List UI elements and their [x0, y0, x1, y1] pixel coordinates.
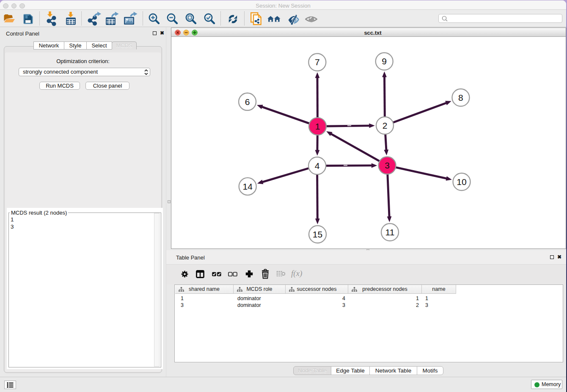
svg-text:10: 10	[457, 177, 466, 187]
svg-text:15: 15	[313, 229, 322, 239]
svg-text:14: 14	[243, 182, 253, 191]
svg-text:9: 9	[382, 56, 387, 66]
svg-text:1: 1	[315, 121, 320, 131]
svg-text:2: 2	[383, 121, 388, 130]
svg-text:4: 4	[315, 161, 320, 171]
svg-text:11: 11	[385, 227, 395, 237]
svg-text:8: 8	[458, 93, 463, 102]
svg-text:7: 7	[315, 57, 320, 67]
svg-text:3: 3	[385, 160, 390, 170]
svg-text:6: 6	[245, 97, 250, 107]
